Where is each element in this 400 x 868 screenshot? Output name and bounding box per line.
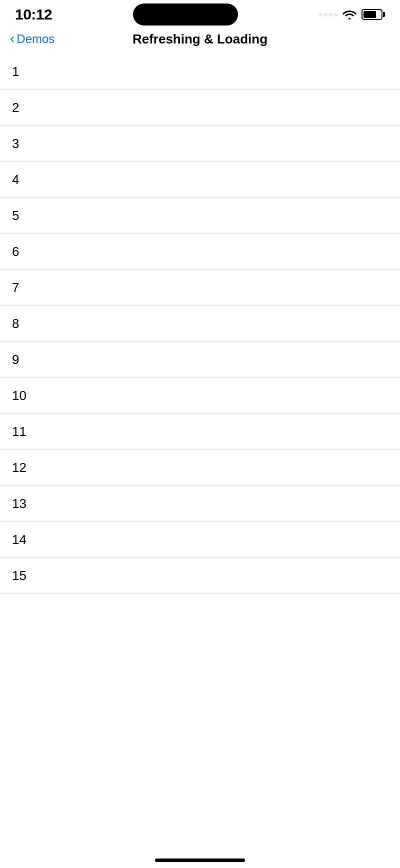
list-item[interactable]: 3 [0, 126, 400, 162]
list-item-number: 10 [12, 388, 26, 404]
nav-bar: ‹ Demos Refreshing & Loading [0, 27, 400, 54]
status-icons [319, 9, 385, 20]
list-item[interactable]: 1 [0, 54, 400, 90]
list-item-number: 3 [12, 136, 19, 152]
page-title: Refreshing & Loading [132, 32, 268, 47]
list-item-number: 1 [12, 64, 19, 80]
list-item[interactable]: 10 [0, 378, 400, 414]
back-label: Demos [16, 32, 54, 46]
list-item[interactable]: 11 [0, 414, 400, 450]
list-item[interactable]: 13 [0, 486, 400, 522]
list-item[interactable]: 14 [0, 522, 400, 558]
list-item-number: 2 [12, 100, 19, 116]
list-item-number: 8 [12, 316, 19, 332]
list-item-number: 7 [12, 280, 19, 296]
signal-icon [319, 13, 338, 16]
wifi-icon [342, 10, 356, 20]
list-item[interactable]: 7 [0, 270, 400, 306]
list-container: 123456789101112131415 [0, 54, 400, 594]
list-item-number: 14 [12, 532, 26, 548]
list-item-number: 12 [12, 460, 26, 476]
list-item[interactable]: 4 [0, 162, 400, 198]
list-item[interactable]: 8 [0, 306, 400, 342]
dynamic-island [133, 4, 238, 26]
list-item-number: 5 [12, 208, 19, 224]
list-item[interactable]: 2 [0, 90, 400, 126]
list-item-number: 6 [12, 244, 19, 260]
list-item[interactable]: 6 [0, 234, 400, 270]
list-item[interactable]: 5 [0, 198, 400, 234]
home-indicator [155, 858, 245, 862]
list-item-number: 11 [12, 424, 26, 440]
battery-icon [362, 9, 385, 20]
list-item-number: 4 [12, 172, 19, 188]
list-item-number: 9 [12, 352, 19, 368]
list-item[interactable]: 9 [0, 342, 400, 378]
list-item-number: 15 [12, 568, 26, 584]
back-button[interactable]: ‹ Demos [10, 32, 54, 46]
list-item[interactable]: 12 [0, 450, 400, 486]
list-item[interactable]: 15 [0, 558, 400, 594]
status-bar: 10:12 [0, 0, 400, 27]
back-chevron-icon: ‹ [10, 32, 14, 46]
list-item-number: 13 [12, 496, 26, 512]
status-time: 10:12 [15, 6, 52, 23]
